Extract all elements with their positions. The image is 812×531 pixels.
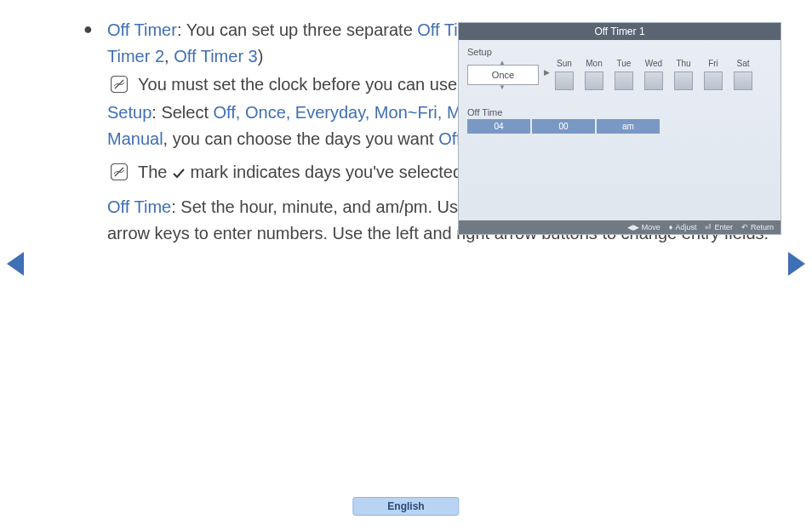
panel-footer: ◀▶ Move ♦ Adjust ⏎ Enter ↶ Return [459, 220, 781, 234]
day-fri[interactable]: Fri [701, 59, 725, 90]
nav-next-arrow[interactable] [788, 252, 805, 276]
day-thu[interactable]: Thu [672, 59, 695, 90]
note-icon [111, 163, 128, 180]
setup-select[interactable]: ▲ Once ▼ ▶ [467, 65, 539, 85]
term-off-timer: Off Timer [107, 20, 177, 39]
footer-move: ◀▶ Move [627, 223, 660, 231]
note-text-2: The mark indicates days you've selected. [138, 159, 467, 186]
panel-setup-label: Setup [467, 47, 772, 57]
checkmark-icon [172, 159, 186, 186]
osd-panel: Off Timer 1 Setup ▲ Once ▼ ▶ Sun Mon Tue… [458, 22, 781, 235]
note-icon [111, 76, 128, 93]
day-sun[interactable]: Sun [552, 59, 576, 90]
footer-enter: ⏎ Enter [705, 223, 733, 231]
day-sat[interactable]: Sat [731, 59, 755, 90]
panel-offtime-label: Off Time [467, 107, 772, 117]
ampm-field[interactable]: am [597, 119, 660, 134]
day-tue[interactable]: Tue [612, 59, 636, 90]
days-row: Sun Mon Tue Wed Thu Fri Sat [552, 59, 755, 90]
language-pill[interactable]: English [352, 497, 459, 516]
link-off-timer-3: Off Timer 3 [174, 47, 258, 66]
panel-title: Off Timer 1 [459, 23, 781, 40]
down-arrow-icon: ▼ [499, 83, 506, 91]
footer-adjust: ♦ Adjust [669, 223, 697, 231]
nav-prev-arrow[interactable] [7, 252, 24, 276]
up-arrow-icon: ▲ [499, 59, 506, 66]
footer-return: ↶ Return [741, 223, 774, 231]
right-arrow-icon: ▶ [544, 68, 550, 77]
day-mon[interactable]: Mon [582, 59, 606, 90]
day-wed[interactable]: Wed [642, 59, 666, 90]
hour-field[interactable]: 04 [467, 119, 530, 134]
bullet-icon: ● [83, 17, 107, 152]
minute-field[interactable]: 00 [532, 119, 595, 134]
